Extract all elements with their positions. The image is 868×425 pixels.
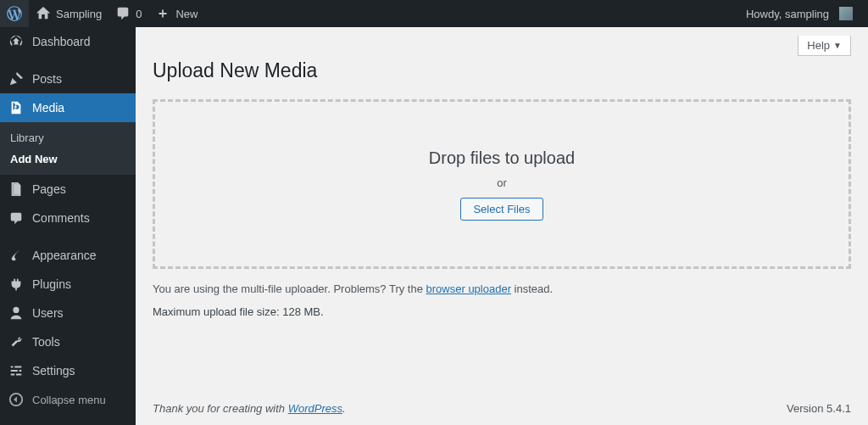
collapse-label: Collapse menu (32, 394, 106, 406)
wordpress-link[interactable]: WordPress (288, 402, 342, 415)
sidebar-item-label: Tools (32, 335, 60, 349)
new-label: New (175, 8, 198, 20)
help-tab[interactable]: Help ▼ (798, 36, 851, 56)
select-files-button[interactable]: Select Files (460, 198, 542, 221)
comment-icon (115, 6, 131, 21)
plus-icon (155, 6, 170, 21)
sidebar-item-appearance[interactable]: Appearance (0, 241, 136, 270)
avatar (839, 7, 853, 20)
admin-toolbar: Sampling 0 New Howdy, sampling (0, 0, 868, 27)
wordpress-icon (7, 6, 22, 21)
wrench-icon (8, 334, 24, 350)
sidebar-item-label: Media (32, 101, 64, 115)
user-icon (8, 305, 24, 321)
collapse-icon (8, 392, 24, 407)
footer-thankyou: Thank you for creating with WordPress. (153, 402, 346, 415)
plugin-icon (8, 277, 24, 292)
dashboard-icon (8, 34, 24, 49)
site-name: Sampling (56, 8, 102, 20)
sidebar-item-pages[interactable]: Pages (0, 175, 136, 204)
main-content: Help ▼ Upload New Media Drop files to up… (136, 27, 868, 425)
sidebar-item-label: Pages (32, 182, 66, 196)
browser-uploader-link[interactable]: browser uploader (426, 282, 511, 295)
sidebar-item-label: Users (32, 306, 64, 320)
sidebar-item-posts[interactable]: Posts (0, 64, 136, 93)
sidebar-item-tools[interactable]: Tools (0, 327, 136, 356)
footer-version: Version 5.4.1 (787, 402, 851, 415)
sidebar-item-label: Posts (32, 72, 62, 86)
submenu-item-add-new[interactable]: Add New (0, 148, 136, 170)
sidebar-item-label: Appearance (32, 249, 97, 262)
new-content-menu[interactable]: New (148, 0, 204, 27)
sliders-icon (8, 363, 24, 378)
sidebar-item-settings[interactable]: Settings (0, 356, 136, 385)
pin-icon (8, 71, 24, 87)
uploader-note: You are using the multi-file uploader. P… (153, 282, 851, 295)
help-label: Help (807, 39, 830, 52)
sidebar-item-comments[interactable]: Comments (0, 204, 136, 232)
site-name-menu[interactable]: Sampling (29, 0, 108, 27)
max-upload-size: Maximum upload file size: 128 MB. (153, 305, 851, 318)
sidebar-item-plugins[interactable]: Plugins (0, 270, 136, 299)
sidebar-item-users[interactable]: Users (0, 299, 136, 327)
comments-menu[interactable]: 0 (108, 0, 148, 27)
dropzone-title: Drop files to upload (429, 148, 575, 168)
sidebar-item-label: Dashboard (32, 35, 91, 48)
wp-logo-menu[interactable] (0, 0, 29, 27)
comment-icon (8, 210, 24, 226)
dropzone-or: or (497, 176, 507, 189)
admin-footer: Thank you for creating with WordPress. V… (153, 389, 851, 425)
sidebar-item-dashboard[interactable]: Dashboard (0, 27, 136, 56)
submenu-item-library[interactable]: Library (0, 127, 136, 148)
page-icon (8, 182, 24, 197)
page-title: Upload New Media (153, 59, 851, 82)
brush-icon (8, 248, 24, 263)
home-icon (36, 6, 51, 21)
media-icon (8, 100, 24, 115)
sidebar-item-media[interactable]: Media (0, 93, 136, 122)
collapse-menu-button[interactable]: Collapse menu (0, 385, 136, 414)
sidebar-item-label: Plugins (32, 277, 71, 291)
admin-sidebar: Dashboard Posts Media Library Add New Pa… (0, 27, 136, 425)
comments-count: 0 (136, 8, 142, 20)
media-submenu: Library Add New (0, 122, 136, 175)
upload-dropzone[interactable]: Drop files to upload or Select Files (153, 99, 851, 269)
my-account-menu[interactable]: Howdy, sampling (739, 0, 860, 27)
chevron-down-icon: ▼ (833, 41, 842, 50)
sidebar-item-label: Comments (32, 211, 90, 225)
howdy-text: Howdy, sampling (746, 8, 829, 20)
sidebar-item-label: Settings (32, 364, 75, 377)
